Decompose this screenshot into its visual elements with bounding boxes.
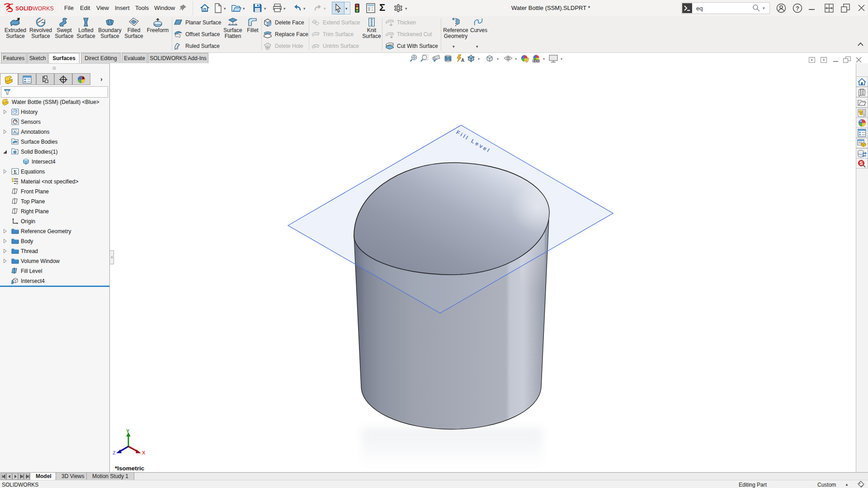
svg-text:?: ? [796,5,799,12]
svg-text:A: A [13,130,16,134]
svg-text:S: S [860,161,863,166]
svg-text:Σ: Σ [14,169,17,174]
svg-text:A: A [461,58,464,63]
